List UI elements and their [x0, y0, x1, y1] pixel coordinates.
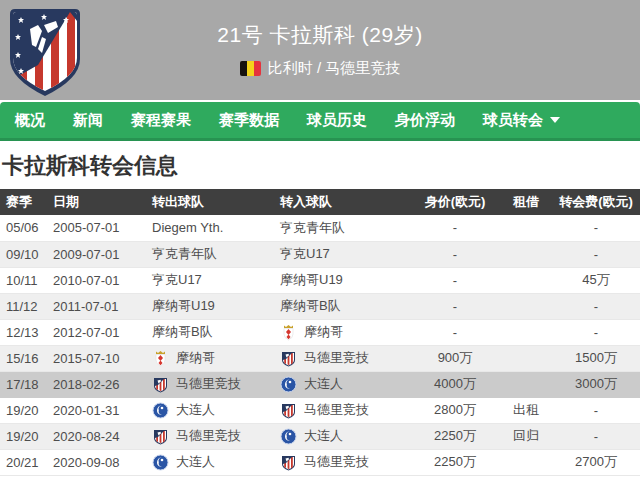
table-row: 17/182018-02-26马德里竞技大连人4000万3000万	[0, 371, 640, 397]
page-title: 卡拉斯科转会信息	[2, 153, 640, 179]
fee-cell: -	[552, 241, 640, 267]
atletico-crest-icon	[280, 454, 297, 471]
team-cell: 马德里竞技	[280, 349, 410, 367]
dalian-crest-icon	[280, 428, 297, 445]
column-header-loan: 租借	[500, 189, 552, 215]
to-team-cell: 大连人	[280, 371, 410, 397]
season-cell: 19/20	[0, 397, 53, 423]
loan-cell	[500, 267, 552, 293]
date-cell: 2012-07-01	[53, 319, 152, 345]
chevron-down-icon	[550, 117, 560, 123]
to-team-cell: 亨克U17	[280, 241, 410, 267]
column-header-fee: 转会费(欧元)	[552, 189, 640, 215]
loan-cell	[500, 319, 552, 345]
nav-tab-label: 身价浮动	[395, 111, 455, 130]
column-header-value: 身价(欧元)	[410, 189, 500, 215]
fee-cell: -	[552, 397, 640, 423]
team-name: 摩纳哥U19	[152, 297, 215, 315]
fee-cell: 1500万	[552, 345, 640, 371]
from-team-cell: 大连人	[152, 397, 280, 423]
season-cell: 17/18	[0, 371, 53, 397]
team-name: 马德里竞技	[176, 375, 241, 393]
date-cell: 2018-02-26	[53, 371, 152, 397]
from-team-cell: 亨克青年队	[152, 241, 280, 267]
season-cell: 20/21	[0, 449, 53, 475]
player-header: 21号 卡拉斯科 (29岁) 比利时 / 马德里竞技	[0, 0, 640, 100]
to-team-cell: 亨克青年队	[280, 215, 410, 241]
nav-tab-news[interactable]: 新闻	[73, 111, 103, 130]
market-value-cell: -	[410, 267, 500, 293]
table-row: 09/102009-07-01亨克青年队亨克U17--	[0, 241, 640, 267]
team-name: Diegem Yth.	[152, 220, 223, 235]
market-value-cell: 900万	[410, 345, 500, 371]
from-team-cell: 摩纳哥	[152, 345, 280, 371]
team-name: 亨克青年队	[152, 245, 217, 263]
market-value-cell: -	[410, 215, 500, 241]
table-row: 05/062005-07-01Diegem Yth.亨克青年队--	[0, 215, 640, 241]
market-value-cell: -	[410, 319, 500, 345]
loan-cell	[500, 371, 552, 397]
fee-cell: 45万	[552, 267, 640, 293]
transfer-table: 赛季日期转出球队转入球队身价(欧元)租借转会费(欧元) 05/062005-07…	[0, 189, 640, 476]
season-cell: 10/11	[0, 267, 53, 293]
loan-cell	[500, 449, 552, 475]
team-cell: 马德里竞技	[280, 453, 410, 471]
nationality-club-label: 比利时 / 马德里竞技	[268, 59, 401, 78]
loan-cell	[500, 241, 552, 267]
team-name: 大连人	[304, 427, 343, 445]
season-cell: 05/06	[0, 215, 53, 241]
atletico-crest-icon	[152, 376, 169, 393]
fee-cell: 2700万	[552, 449, 640, 475]
nav-tab-history[interactable]: 球员历史	[307, 111, 367, 130]
team-name: 摩纳哥U19	[280, 271, 343, 289]
team-cell: 亨克U17	[280, 245, 410, 263]
nav-tab-label: 球员历史	[307, 111, 367, 130]
team-name: 亨克U17	[280, 245, 330, 263]
market-value-cell: -	[410, 293, 500, 319]
loan-cell	[500, 215, 552, 241]
belgium-flag-icon	[240, 61, 261, 76]
team-name: 马德里竞技	[304, 349, 369, 367]
season-cell: 09/10	[0, 241, 53, 267]
table-row: 19/202020-01-31大连人马德里竞技2800万出租-	[0, 397, 640, 423]
atletico-crest-icon	[280, 402, 297, 419]
from-team-cell: Diegem Yth.	[152, 215, 280, 241]
loan-cell	[500, 345, 552, 371]
dalian-crest-icon	[152, 454, 169, 471]
column-header-date: 日期	[53, 189, 152, 215]
team-name: 亨克青年队	[280, 219, 345, 237]
team-name: 大连人	[304, 375, 343, 393]
team-cell: 摩纳哥U19	[152, 297, 280, 315]
table-row: 11/122011-07-01摩纳哥U19摩纳哥B队--	[0, 293, 640, 319]
to-team-cell: 马德里竞技	[280, 397, 410, 423]
date-cell: 2009-07-01	[53, 241, 152, 267]
date-cell: 2020-09-08	[53, 449, 152, 475]
team-name: 亨克U17	[152, 271, 202, 289]
from-team-cell: 马德里竞技	[152, 423, 280, 449]
to-team-cell: 摩纳哥B队	[280, 293, 410, 319]
nav-tab-transfers[interactable]: 球员转会	[483, 111, 560, 130]
market-value-cell: -	[410, 241, 500, 267]
team-name: 马德里竞技	[304, 401, 369, 419]
team-cell: 亨克U17	[152, 271, 280, 289]
player-title: 21号 卡拉斯科 (29岁)	[0, 21, 640, 49]
nav-tab-value[interactable]: 身价浮动	[395, 111, 455, 130]
from-team-cell: 摩纳哥U19	[152, 293, 280, 319]
column-header-from: 转出球队	[152, 189, 280, 215]
to-team-cell: 大连人	[280, 423, 410, 449]
nav-tab-overview[interactable]: 概况	[15, 111, 45, 130]
from-team-cell: 马德里竞技	[152, 371, 280, 397]
fee-cell: -	[552, 215, 640, 241]
atletico-madrid-crest-icon	[8, 7, 82, 97]
date-cell: 2020-01-31	[53, 397, 152, 423]
nav-tab-fixtures[interactable]: 赛程赛果	[131, 111, 191, 130]
nav-tab-season-stats[interactable]: 赛季数据	[219, 111, 279, 130]
column-header-to: 转入球队	[280, 189, 410, 215]
nav-tab-label: 赛程赛果	[131, 111, 191, 130]
table-row: 19/202020-08-24马德里竞技大连人2250万回归-	[0, 423, 640, 449]
date-cell: 2011-07-01	[53, 293, 152, 319]
team-cell: 大连人	[280, 375, 410, 393]
season-cell: 11/12	[0, 293, 53, 319]
team-name: 大连人	[176, 401, 215, 419]
main-nav: 概况新闻赛程赛果赛季数据球员历史身价浮动球员转会	[0, 102, 640, 141]
